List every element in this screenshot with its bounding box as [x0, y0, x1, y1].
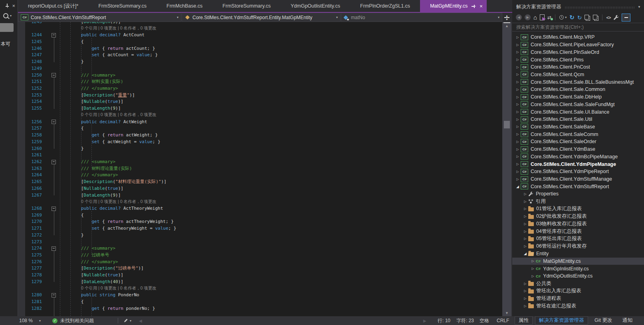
scrollbar-thumb[interactable]	[504, 121, 510, 128]
close-icon[interactable]: ×	[480, 3, 483, 9]
tree-item[interactable]: ▷管坯出入库汇总报表	[512, 287, 644, 295]
codelens-row[interactable]: 0 个引用 | 0 项更改 | 0 名作者，0 项更改	[18, 25, 502, 32]
tree-item[interactable]: ▷C#MatGpMEntity.cs	[512, 258, 644, 265]
project-dropdown[interactable]: C# Core.StlMes.Client.YdmStuffReport ▾	[18, 13, 181, 22]
collapse-arrow-icon[interactable]: ◢	[522, 252, 528, 256]
fold-collapse-icon[interactable]	[52, 246, 56, 251]
tool-window-tab[interactable]: 解决方案资源管理器	[535, 316, 588, 325]
tree-item[interactable]: ▷C#Core.StlMes.Client.SaleBase	[512, 123, 644, 131]
expand-arrow-icon[interactable]: ▷	[515, 155, 521, 158]
code-row[interactable]: 1268 public decimal? ActTheoryWeight	[18, 205, 502, 212]
chevron-down-icon[interactable]: ▾	[10, 14, 12, 18]
collapse-all-button[interactable]	[622, 14, 630, 22]
tree-item[interactable]: ▷C#Core.StlMes.Client.YdmPipeManage	[512, 160, 644, 168]
fold-collapse-icon[interactable]	[52, 207, 56, 211]
document-tab[interactable]: FrmMchBase.cs	[157, 0, 212, 12]
switch-views-icon[interactable]	[540, 14, 545, 20]
expand-arrow-icon[interactable]: ▷	[515, 110, 521, 114]
code-row[interactable]: 1281 {	[18, 298, 502, 305]
tree-item[interactable]: ▷01管坯入库汇总报表	[512, 205, 644, 213]
sync-namespaces-icon[interactable]: ↻	[577, 15, 582, 20]
refresh-icon[interactable]: ↻	[569, 14, 575, 20]
expand-arrow-icon[interactable]: ▷	[515, 43, 521, 47]
code-row[interactable]: 1264 /// </summary>	[18, 172, 502, 179]
close-icon[interactable]: ×	[12, 3, 15, 8]
scroll-down-icon[interactable]: ▼	[502, 311, 511, 315]
code-row[interactable]: 1246 get { return actCount; }	[18, 45, 502, 52]
code-row[interactable]: 1251 /// 材料实重(实际)	[18, 78, 502, 85]
code-row[interactable]: 1265 [Description("材料理论重量(实际)")]	[18, 178, 502, 185]
eol-indicator[interactable]: CRLF	[497, 316, 509, 325]
code-row[interactable]: 1247 set { actCount = value; }	[18, 52, 502, 59]
split-editor-button[interactable]: ▲▼	[502, 13, 511, 22]
code-editor[interactable]: 1243 [DataLength(5)]0 个引用 | 0 项更改 | 0 名作…	[18, 22, 502, 316]
expand-arrow-icon[interactable]: ▷	[522, 200, 528, 203]
tree-item[interactable]: ▷C#Core.StlMes.Client.SaleComm	[512, 130, 644, 138]
expand-arrow-icon[interactable]: ▷	[522, 192, 528, 196]
tree-item[interactable]: ▷04管坯库存汇总报表	[512, 228, 644, 235]
expand-arrow-icon[interactable]: ▷	[522, 297, 528, 300]
tool-window-tab[interactable]: Git 更改	[590, 316, 616, 325]
expand-arrow-icon[interactable]: ▷	[522, 304, 528, 308]
fold-collapse-icon[interactable]	[52, 160, 56, 164]
code-row[interactable]: 1261	[18, 152, 502, 158]
code-row[interactable]: 1259 set { actWeight = value; }	[18, 138, 502, 145]
collapse-arrow-icon[interactable]: ◢	[515, 185, 521, 189]
code-row[interactable]: 1267 [DataLength(9)]	[18, 192, 502, 199]
tree-item[interactable]: ▷C#Core.StlMes.Client.Sale.UI.Balance	[512, 108, 644, 116]
code-row[interactable]: 1270 get { return actTheoryWeight; }	[18, 219, 502, 225]
tree-item[interactable]: ▷C#Core.StlMes.Client.PlnSaleOrd	[512, 48, 644, 56]
collapsed-tool-thumb[interactable]	[0, 23, 14, 32]
pending-changes-filter-icon[interactable]: ▾	[559, 15, 567, 20]
expand-arrow-icon[interactable]: ▷	[515, 73, 521, 76]
tree-item[interactable]: ▷03物料收发存汇总报表	[512, 220, 644, 228]
expand-arrow-icon[interactable]: ▷	[522, 230, 528, 233]
code-row[interactable]: 1249	[18, 65, 502, 72]
tree-item[interactable]: ▷公共类	[512, 280, 644, 288]
tree-item[interactable]: ▷05管坯出库汇总报表	[512, 235, 644, 242]
code-row[interactable]: 1271 set { actTheoryWeight = value; }	[18, 225, 502, 232]
expand-arrow-icon[interactable]: ▷	[522, 289, 528, 293]
tree-item[interactable]: ▷引用	[512, 198, 644, 205]
tree-item[interactable]: ▷06管坯运行年月收发存	[512, 242, 644, 250]
expand-arrow-icon[interactable]: ▷	[522, 207, 528, 211]
codelens-row[interactable]: 0 个引用 | 0 项更改 | 0 名作者，0 项更改	[18, 112, 502, 118]
scroll-up-icon[interactable]: ▲	[502, 24, 511, 28]
expand-arrow-icon[interactable]: ▷	[515, 88, 521, 91]
expand-arrow-icon[interactable]: ▷	[515, 35, 521, 39]
tree-item[interactable]: ▷C#Core.StlMes.Client.Sale.BLL.SaleBusin…	[512, 78, 644, 86]
tree-item[interactable]: ▷管坯在途汇总报表	[512, 302, 644, 310]
code-row[interactable]: 1257 {	[18, 125, 502, 132]
code-row[interactable]: 1244 public decimal? ActCount	[18, 32, 502, 38]
scrollbar-split-grip[interactable]	[503, 22, 510, 23]
expand-arrow-icon[interactable]: ▷	[515, 148, 521, 151]
code-row[interactable]: 1243 [DataLength(5)]	[18, 22, 502, 25]
expand-arrow-icon[interactable]: ▷	[522, 215, 528, 218]
expand-arrow-icon[interactable]: ▷	[515, 95, 521, 99]
code-row[interactable]: 1255 [DataLength(9)]	[18, 105, 502, 112]
expand-arrow-icon[interactable]: ▷	[522, 237, 528, 240]
code-row[interactable]: 1272 }	[18, 232, 502, 238]
codelens-row[interactable]: 0 个引用 | 0 项更改 | 0 名作者，0 项更改	[18, 285, 502, 292]
expand-arrow-icon[interactable]: ▷	[515, 80, 521, 84]
expand-arrow-icon[interactable]: ▷	[515, 140, 521, 144]
fold-collapse-icon[interactable]	[52, 120, 56, 124]
tool-window-tab[interactable]: 属性	[515, 316, 533, 325]
code-row[interactable]: 1263 /// 材料理论重量(实际)	[18, 165, 502, 172]
tree-item[interactable]: ▷C#YdmGpInlistEntity.cs	[512, 265, 644, 272]
fold-collapse-icon[interactable]	[52, 33, 56, 37]
member-dropdown[interactable]: matNo ▾	[341, 13, 502, 22]
code-row[interactable]: 1262 /// <summary>	[18, 158, 502, 165]
tree-item[interactable]: ▷C#YdmGpOutlistEntity.cs	[512, 272, 644, 280]
code-row[interactable]: 1273	[18, 238, 502, 245]
solution-explorer-header[interactable]: 解决方案资源管理器 ▼	[512, 2, 644, 11]
type-dropdown[interactable]: Core.StlMes.Client.YdmStuffReport.Entity…	[182, 13, 341, 22]
expand-arrow-icon[interactable]: ▷	[515, 58, 521, 61]
expand-arrow-icon[interactable]: ▷	[515, 177, 521, 181]
codelens-row[interactable]: 0 个引用 | 0 项更改 | 0 名作者，0 项更改	[18, 198, 502, 205]
code-row[interactable]: 1253 [Description("重量")]	[18, 92, 502, 98]
line-indicator[interactable]: 行: 10	[438, 316, 450, 325]
code-row[interactable]: 1245 {	[18, 38, 502, 45]
solution-explorer-search[interactable]: 搜索解决方案资源管理器(Ctrl+;)	[512, 23, 644, 32]
health-indicator[interactable]: ✓ 未找到相关问题	[52, 316, 94, 325]
